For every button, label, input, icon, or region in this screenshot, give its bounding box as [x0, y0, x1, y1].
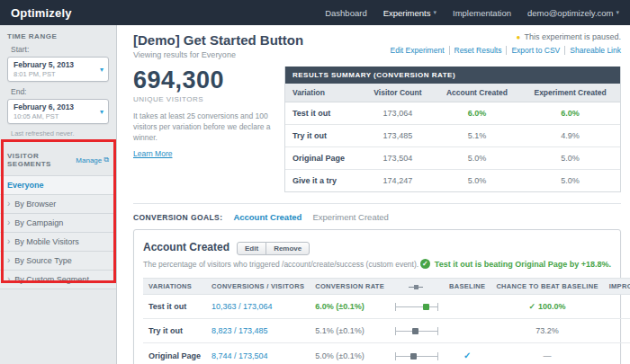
col-account-created: Account Created: [434, 84, 521, 102]
results-summary-title: RESULTS SUMMARY (CONVERSION RATE): [285, 67, 620, 84]
sidebar: TIME RANGE Start: February 5, 2013 8:01 …: [0, 25, 117, 364]
segment-item-by-custom-segment[interactable]: ›By Custom Segment: [0, 271, 116, 289]
baseline-slider-icon: [390, 279, 444, 295]
confidence-interval-slider: [395, 352, 438, 360]
variation-name: Original Page: [143, 343, 206, 364]
start-date-value: February 5, 2013: [14, 60, 95, 69]
segment-label: By Campaign: [14, 218, 63, 227]
variation-name: Give it a try: [285, 170, 362, 192]
caret-down-icon: ▾: [433, 9, 436, 16]
nav-account-menu[interactable]: demo@optimizely.com▾: [527, 8, 619, 18]
start-time-value: 8:01 PM, PST: [14, 70, 95, 78]
manage-segments-link[interactable]: Manage⧉: [76, 155, 109, 164]
shareable-link[interactable]: Shareable Link: [564, 46, 621, 55]
improvement-value: —: [604, 343, 630, 364]
remove-goal-button[interactable]: Remove: [266, 242, 310, 255]
col-visitor-count: Visitor Count: [362, 84, 434, 102]
baseline-cell: [444, 319, 490, 343]
optimizely-logo[interactable]: Optimizely: [11, 6, 72, 20]
conversion-goals-bar: CONVERSION GOALS: Account Created Experi…: [133, 203, 621, 222]
unique-visitors-panel: 694,300 UNIQUE VISITORS It takes at leas…: [133, 67, 284, 192]
paused-text: This experiment is paused.: [524, 32, 621, 41]
col-conversion-rate: CONVERSION RATE: [310, 279, 390, 295]
start-date-dropdown[interactable]: February 5, 2013 8:01 PM, PST ▾: [7, 57, 109, 82]
top-nav: Optimizely Dashboard Experiments▾ Implem…: [0, 0, 630, 25]
edit-goal-button[interactable]: Edit: [237, 242, 266, 255]
chevron-right-icon: ›: [7, 218, 10, 227]
chevron-right-icon: ›: [7, 237, 10, 246]
segment-item-by-mobile-visitors[interactable]: ›By Mobile Visitors: [0, 233, 116, 252]
account-created-rate: 5.0%: [434, 170, 521, 192]
results-summary-panel: RESULTS SUMMARY (CONVERSION RATE) Variat…: [284, 67, 621, 192]
nav-items: Dashboard Experiments▾ Implementation de…: [325, 8, 619, 18]
account-created-rate: 5.0%: [434, 147, 521, 170]
baseline-cell: [444, 295, 490, 319]
chance-to-beat-cell: —: [490, 343, 603, 364]
chevron-right-icon: ›: [7, 256, 10, 265]
tab-experiment-created[interactable]: Experiment Created: [312, 212, 388, 222]
caret-down-icon: ▾: [616, 9, 619, 16]
col-conversions-visitors: CONVERSIONS / VISITORS: [206, 279, 310, 295]
segment-label: By Custom Segment: [14, 275, 89, 284]
goal-card-account-created: Account Created EditRemove The percentag…: [133, 229, 621, 364]
tab-account-created[interactable]: Account Created: [233, 212, 302, 222]
experiment-created-rate: 4.9%: [520, 125, 620, 147]
table-row: Try it out 173,485 5.1% 4.9%: [285, 125, 620, 147]
table-row: Original Page 173,504 5.0% 5.0%: [285, 147, 620, 170]
account-created-rate: 6.0%: [434, 102, 521, 125]
main-content: [Demo] Get Started Button Viewing result…: [117, 25, 630, 364]
slider-marker: [412, 328, 418, 334]
learn-more-link[interactable]: Learn More: [133, 149, 172, 158]
table-row: Test it out 173,064 6.0% 6.0%: [285, 102, 620, 125]
chance-value: 100.0%: [538, 302, 566, 311]
segment-item-by-campaign[interactable]: ›By Campaign: [0, 214, 116, 233]
conversions-visitors[interactable]: 8,823 / 173,485: [206, 319, 310, 343]
nav-implementation[interactable]: Implementation: [453, 8, 511, 18]
experiment-created-rate: 5.0%: [520, 170, 620, 192]
variation-name: Original Page: [285, 147, 362, 170]
winner-note: It takes at least 25 conversions and 100…: [133, 111, 274, 144]
segment-item-everyone[interactable]: Everyone: [0, 176, 116, 195]
slider-marker: [410, 353, 417, 360]
goal-results-table: VARIATIONS CONVERSIONS / VISITORS CONVER…: [143, 278, 630, 364]
end-date-dropdown[interactable]: February 6, 2013 10:05 AM, PST ▾: [7, 99, 109, 124]
variation-name: Try it out: [285, 125, 362, 147]
unique-visitors-label: UNIQUE VISITORS: [133, 95, 274, 103]
paused-dot-icon: ●: [517, 33, 521, 41]
segment-item-by-browser[interactable]: ›By Browser: [0, 195, 116, 214]
segment-item-by-source-type[interactable]: ›By Source Type: [0, 252, 116, 271]
conversions-visitors[interactable]: 8,744 / 173,504: [206, 343, 310, 364]
export-csv-link[interactable]: Export to CSV: [506, 46, 564, 55]
col-chance-to-beat: CHANCE TO BEAT BASELINE: [490, 279, 603, 295]
chance-value: 73.2%: [536, 326, 559, 335]
caret-down-icon: ▾: [100, 108, 104, 116]
unique-visitors-count: 694,300: [133, 67, 274, 94]
reset-results-link[interactable]: Reset Results: [449, 46, 507, 55]
segment-label: By Mobile Visitors: [14, 237, 78, 246]
nav-dashboard[interactable]: Dashboard: [325, 8, 366, 18]
edit-experiment-link[interactable]: Edit Experiment: [386, 46, 449, 55]
goal-description: The percentage of visitors who triggered…: [143, 260, 418, 269]
col-experiment-created: Experiment Created: [520, 84, 620, 102]
goal-title: Account Created: [143, 241, 230, 253]
chevron-right-icon: ›: [7, 200, 10, 209]
segment-label: By Source Type: [14, 256, 71, 265]
visitor-count: 173,485: [362, 125, 434, 147]
baseline-cell: ✓: [444, 343, 490, 364]
visitor-count: 173,504: [362, 147, 434, 170]
nav-dashboard-label: Dashboard: [325, 8, 366, 18]
end-date-value: February 6, 2013: [14, 102, 95, 111]
nav-experiments[interactable]: Experiments▾: [383, 8, 436, 18]
table-row: Original Page 8,744 / 173,504 5.0% (±0.1…: [143, 343, 630, 364]
segment-label: By Browser: [14, 200, 56, 209]
conversions-visitors[interactable]: 10,363 / 173,064: [206, 295, 310, 319]
nav-experiments-label: Experiments: [383, 8, 431, 18]
improvement-value: +18.8%: [604, 295, 630, 319]
segment-list: Everyone ›By Browser ›By Campaign ›By Mo…: [0, 175, 116, 289]
segment-label: Everyone: [7, 181, 44, 190]
end-time-value: 10:05 AM, PST: [14, 112, 95, 120]
paused-status: ● This experiment is paused.: [386, 32, 622, 41]
visitor-count: 173,064: [362, 102, 434, 125]
experiment-created-rate: 5.0%: [520, 147, 620, 170]
col-baseline: BASELINE: [444, 279, 490, 295]
